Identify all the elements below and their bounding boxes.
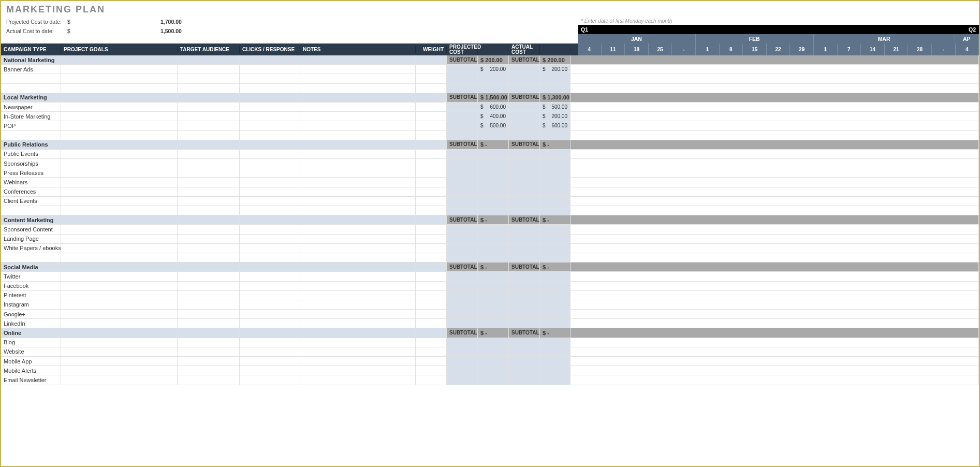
proj-value[interactable] <box>478 197 509 206</box>
proj-value[interactable] <box>478 178 509 186</box>
item-row[interactable] <box>1 74 979 83</box>
act-value[interactable] <box>540 357 571 366</box>
proj-value[interactable] <box>478 338 509 347</box>
act-value[interactable] <box>540 131 571 140</box>
proj-value[interactable] <box>478 150 509 158</box>
act-value[interactable] <box>540 347 571 356</box>
act-value[interactable] <box>540 150 571 158</box>
proj-value[interactable]: $500.00 <box>478 121 509 130</box>
item-name[interactable]: Pinterest <box>1 291 61 300</box>
item-row[interactable]: Facebook <box>1 282 979 291</box>
calendar-cells[interactable] <box>571 159 979 168</box>
item-row[interactable] <box>1 253 979 262</box>
item-name[interactable] <box>1 74 61 83</box>
act-value[interactable] <box>540 178 571 186</box>
item-name[interactable]: Website <box>1 347 61 356</box>
item-row[interactable] <box>1 84 979 93</box>
item-row[interactable] <box>1 206 979 215</box>
section-row[interactable]: Local MarketingSUBTOTAL$ 1,500.00SUBTOTA… <box>1 93 979 103</box>
proj-value[interactable] <box>478 225 509 233</box>
calendar-cells[interactable] <box>571 187 979 196</box>
calendar-cells[interactable] <box>571 84 979 93</box>
item-name[interactable]: Conferences <box>1 187 61 196</box>
item-row[interactable]: Conferences <box>1 187 979 197</box>
item-name[interactable]: Webinars <box>1 178 61 186</box>
act-value[interactable] <box>540 366 571 375</box>
item-row[interactable]: Mobile App <box>1 357 979 366</box>
calendar-cells[interactable] <box>571 103 979 111</box>
calendar-cells[interactable] <box>571 131 979 140</box>
item-row[interactable]: Client Events <box>1 197 979 206</box>
act-value[interactable] <box>540 159 571 168</box>
item-row[interactable]: Google+ <box>1 310 979 319</box>
item-name[interactable]: Newspaper <box>1 103 61 111</box>
calendar-cells[interactable] <box>571 65 979 74</box>
calendar-cells[interactable] <box>571 338 979 347</box>
proj-value[interactable] <box>478 159 509 168</box>
calendar-cells[interactable] <box>571 375 979 384</box>
section-row[interactable]: National MarketingSUBTOTAL$ 200.00SUBTOT… <box>1 55 979 65</box>
act-value[interactable] <box>540 84 571 93</box>
calendar-cells[interactable] <box>571 168 979 177</box>
calendar-cells[interactable] <box>571 206 979 215</box>
calendar-cells[interactable] <box>571 244 979 253</box>
calendar-cells[interactable] <box>571 112 979 121</box>
calendar-cells[interactable] <box>571 347 979 356</box>
calendar-cells[interactable] <box>571 291 979 300</box>
item-name[interactable]: Facebook <box>1 282 61 290</box>
item-row[interactable]: Newspaper$600.00$500.00 <box>1 103 979 112</box>
section-row[interactable]: Public RelationsSUBTOTAL$ -SUBTOTAL$ - <box>1 140 979 150</box>
act-value[interactable] <box>540 253 571 262</box>
proj-value[interactable] <box>478 310 509 318</box>
act-value[interactable]: $600.00 <box>540 121 571 130</box>
act-value[interactable] <box>540 291 571 300</box>
act-value[interactable] <box>540 310 571 318</box>
item-row[interactable]: LinkedIn <box>1 319 979 328</box>
item-row[interactable]: POP$500.00$600.00 <box>1 121 979 130</box>
calendar-cells[interactable] <box>571 282 979 290</box>
section-row[interactable]: OnlineSUBTOTAL$ -SUBTOTAL$ - <box>1 328 979 338</box>
proj-value[interactable] <box>478 131 509 140</box>
proj-value[interactable] <box>478 366 509 375</box>
item-name[interactable]: LinkedIn <box>1 319 61 328</box>
act-value[interactable] <box>540 74 571 83</box>
calendar-cells[interactable] <box>571 366 979 375</box>
item-row[interactable]: Instagram <box>1 300 979 310</box>
act-value[interactable] <box>540 272 571 281</box>
item-row[interactable]: In-Store Marketing$400.00$200.00 <box>1 112 979 121</box>
item-name[interactable] <box>1 84 61 93</box>
item-name[interactable]: Google+ <box>1 310 61 318</box>
section-row[interactable]: Content MarketingSUBTOTAL$ -SUBTOTAL$ - <box>1 215 979 225</box>
act-value[interactable] <box>540 187 571 196</box>
act-value[interactable] <box>540 375 571 384</box>
item-row[interactable]: White Papers / ebooks <box>1 244 979 253</box>
calendar-cells[interactable] <box>571 300 979 309</box>
item-name[interactable] <box>1 131 61 140</box>
act-value[interactable]: $500.00 <box>540 103 571 111</box>
act-value[interactable] <box>540 319 571 328</box>
item-name[interactable]: Public Events <box>1 150 61 158</box>
item-name[interactable]: Banner Ads <box>1 65 61 74</box>
proj-value[interactable] <box>478 347 509 356</box>
act-value[interactable] <box>540 235 571 243</box>
proj-value[interactable]: $200.00 <box>478 65 509 74</box>
calendar-cells[interactable] <box>571 310 979 318</box>
act-value[interactable] <box>540 282 571 290</box>
item-row[interactable]: Press Releases <box>1 168 979 178</box>
item-row[interactable]: Webinars <box>1 178 979 187</box>
calendar-cells[interactable] <box>571 197 979 206</box>
item-row[interactable]: Mobile Alerts <box>1 366 979 375</box>
item-name[interactable] <box>1 253 61 262</box>
act-value[interactable]: $200.00 <box>540 65 571 74</box>
proj-value[interactable] <box>478 319 509 328</box>
proj-value[interactable] <box>478 282 509 290</box>
section-row[interactable]: Social MediaSUBTOTAL$ -SUBTOTAL$ - <box>1 262 979 272</box>
proj-value[interactable] <box>478 206 509 215</box>
calendar-cells[interactable] <box>571 150 979 158</box>
proj-value[interactable] <box>478 244 509 253</box>
calendar-cells[interactable] <box>571 74 979 83</box>
item-name[interactable]: Sponsorships <box>1 159 61 168</box>
act-value[interactable] <box>540 225 571 233</box>
item-name[interactable]: Twitter <box>1 272 61 281</box>
proj-value[interactable] <box>478 300 509 309</box>
